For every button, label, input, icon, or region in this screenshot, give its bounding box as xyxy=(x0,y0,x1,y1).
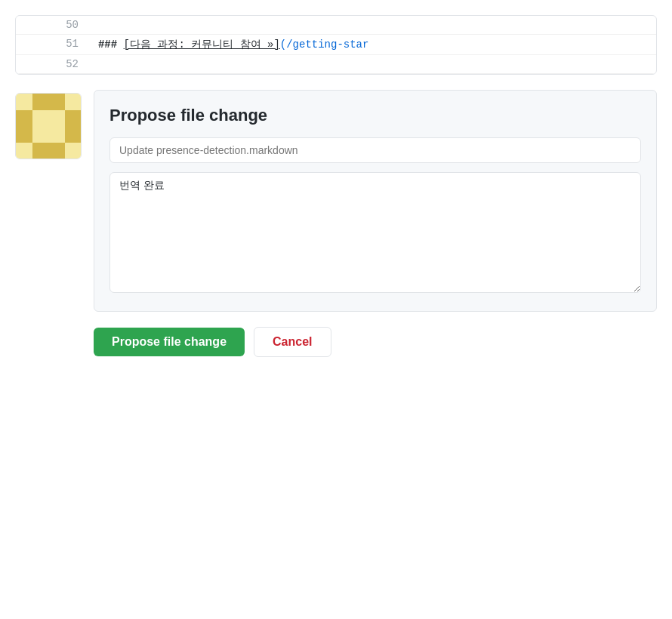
line-number-51: 51 xyxy=(16,35,91,55)
line-content-50 xyxy=(91,16,656,35)
avatar xyxy=(15,93,82,159)
description-textarea[interactable]: 번역 완료 xyxy=(109,172,641,293)
propose-section: Propose file change 번역 완료 xyxy=(15,90,657,312)
buttons-section: Propose file change Cancel xyxy=(15,327,657,357)
form-container: Propose file change 번역 완료 xyxy=(94,90,657,312)
code-row-50: 50 xyxy=(16,16,656,35)
form-title: Propose file change xyxy=(109,106,641,125)
cancel-button[interactable]: Cancel xyxy=(254,327,331,357)
code-row-52: 52 xyxy=(16,55,656,74)
avatar-container xyxy=(15,93,82,159)
line-content-52 xyxy=(91,55,656,74)
propose-file-change-button[interactable]: Propose file change xyxy=(94,328,245,356)
line-content-51: ### [다음 과정: 커뮤니티 참여 »](/getting-star xyxy=(91,35,656,55)
commit-title-input[interactable] xyxy=(109,137,641,163)
code-section: 50 51 ### [다음 과정: 커뮤니티 참여 »](/getting-st… xyxy=(15,15,657,75)
line-number-50: 50 xyxy=(16,16,91,35)
line-number-52: 52 xyxy=(16,55,91,74)
code-row-51: 51 ### [다음 과정: 커뮤니티 참여 »](/getting-star xyxy=(16,35,656,55)
code-table: 50 51 ### [다음 과정: 커뮤니티 참여 »](/getting-st… xyxy=(16,16,656,74)
